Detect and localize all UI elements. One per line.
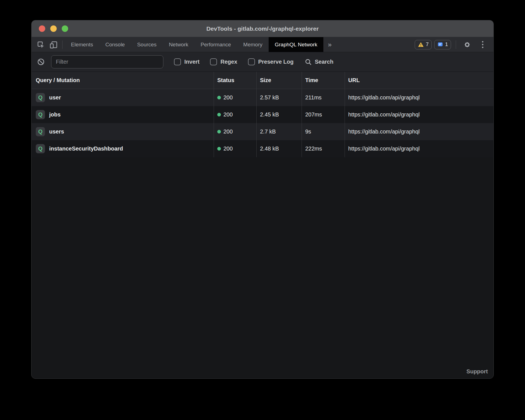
- size-text: 2.57 kB: [260, 94, 279, 101]
- table-row[interactable]: Q users 200 2.7 kB 9s https://gitlab.com…: [32, 123, 493, 140]
- url-cell: https://gitlab.com/api/graphql: [345, 123, 493, 140]
- status-text: 200: [223, 145, 233, 152]
- issues-count: 1: [445, 42, 448, 47]
- window-title: DevTools - gitlab.com/-/graphql-explorer: [32, 25, 493, 32]
- clear-requests-button[interactable]: [34, 58, 47, 66]
- time-text: 222ms: [305, 145, 322, 152]
- tabbar-right-cluster: 7 1: [415, 37, 493, 52]
- query-name: user: [49, 94, 61, 101]
- column-header[interactable]: URL: [345, 72, 493, 89]
- devtools-tab[interactable]: Memory: [237, 37, 269, 52]
- warnings-count: 7: [426, 42, 429, 47]
- status-text: 200: [223, 111, 233, 118]
- panel-tabs: ElementsConsoleSourcesNetworkPerformance…: [65, 37, 323, 52]
- query-type-badge: Q: [36, 144, 45, 153]
- search-control[interactable]: Search: [305, 58, 333, 66]
- checkbox-box: [174, 58, 181, 65]
- devtools-tab[interactable]: GraphQL Network: [269, 37, 323, 52]
- devtools-tab[interactable]: Sources: [131, 37, 163, 52]
- dot: [482, 44, 483, 45]
- size-cell: 2.45 kB: [257, 106, 302, 123]
- dot: [482, 47, 483, 48]
- table-row[interactable]: Q instanceSecurityDashboard 200 2.48 kB …: [32, 140, 493, 157]
- filter-checkboxes: Invert Regex Preserve Log: [163, 58, 293, 65]
- status-ok-dot: [217, 113, 221, 116]
- search-label: Search: [315, 59, 333, 65]
- url-cell: https://gitlab.com/api/graphql: [345, 89, 493, 106]
- status-text: 200: [223, 128, 233, 135]
- time-text: 211ms: [305, 94, 322, 101]
- minimize-button[interactable]: [50, 25, 57, 32]
- column-header[interactable]: Query / Mutation: [32, 72, 214, 89]
- device-toolbar-button[interactable]: [47, 37, 60, 52]
- more-options-button[interactable]: [476, 40, 489, 49]
- query-name: users: [49, 128, 64, 135]
- query-cell: Q users: [32, 123, 214, 140]
- status-ok-dot: [217, 96, 221, 99]
- filter-toolbar: Invert Regex Preserve Log Search: [32, 52, 493, 72]
- search-icon: [305, 58, 312, 66]
- query-cell: Q jobs: [32, 106, 214, 123]
- url-text: https://gitlab.com/api/graphql: [348, 145, 420, 152]
- devtools-tab[interactable]: Performance: [194, 37, 237, 52]
- table-row[interactable]: Q user 200 2.57 kB 211ms https://gitlab.…: [32, 89, 493, 106]
- device-toolbar-icon: [49, 40, 58, 49]
- column-header[interactable]: Status: [214, 72, 257, 89]
- checkbox-label: Preserve Log: [258, 59, 294, 65]
- status-cell: 200: [214, 106, 257, 123]
- url-text: https://gitlab.com/api/graphql: [348, 94, 420, 101]
- query-cell: Q user: [32, 89, 214, 106]
- table-header: Query / MutationStatusSizeTimeURL: [32, 72, 493, 89]
- size-cell: 2.7 kB: [257, 123, 302, 140]
- more-tabs-button[interactable]: »: [323, 37, 336, 52]
- size-text: 2.7 kB: [260, 128, 276, 135]
- filter-input[interactable]: [51, 55, 163, 68]
- size-text: 2.45 kB: [260, 111, 279, 118]
- column-header[interactable]: Time: [302, 72, 345, 89]
- time-cell: 207ms: [302, 106, 345, 123]
- devtools-tab[interactable]: Console: [99, 37, 131, 52]
- message-icon: [437, 42, 443, 47]
- size-cell: 2.57 kB: [257, 89, 302, 106]
- devtools-tab[interactable]: Elements: [65, 37, 99, 52]
- checkbox-box: [248, 58, 255, 65]
- zoom-button[interactable]: [62, 25, 68, 32]
- size-cell: 2.48 kB: [257, 140, 302, 157]
- query-type-badge: Q: [36, 110, 45, 119]
- requests-table-body: Q user 200 2.57 kB 211ms https://gitlab.…: [32, 89, 493, 157]
- warnings-button[interactable]: 7: [415, 40, 432, 49]
- size-text: 2.48 kB: [260, 145, 279, 152]
- traffic-lights: [32, 25, 68, 32]
- checkbox-label: Regex: [220, 59, 237, 65]
- warning-triangle-icon: [418, 42, 424, 48]
- status-text: 200: [223, 94, 233, 101]
- column-header[interactable]: Size: [257, 72, 302, 89]
- status-cell: 200: [214, 89, 257, 106]
- status-cell: 200: [214, 140, 257, 157]
- query-type-badge: Q: [36, 127, 45, 136]
- checkbox-label: Invert: [184, 59, 199, 65]
- block-icon: [37, 58, 45, 66]
- status-ok-dot: [217, 130, 221, 133]
- query-name: jobs: [49, 111, 61, 118]
- filter-checkbox[interactable]: Preserve Log: [248, 58, 294, 65]
- status-cell: 200: [214, 123, 257, 140]
- settings-button[interactable]: [461, 40, 474, 49]
- issues-button[interactable]: 1: [434, 40, 451, 49]
- close-button[interactable]: [39, 25, 45, 32]
- inspect-element-button[interactable]: [34, 37, 47, 52]
- support-link[interactable]: Support: [466, 368, 488, 375]
- titlebar: DevTools - gitlab.com/-/graphql-explorer: [32, 20, 493, 37]
- table-row[interactable]: Q jobs 200 2.45 kB 207ms https://gitlab.…: [32, 106, 493, 123]
- time-cell: 211ms: [302, 89, 345, 106]
- url-cell: https://gitlab.com/api/graphql: [345, 106, 493, 123]
- url-cell: https://gitlab.com/api/graphql: [345, 140, 493, 157]
- checkbox-box: [210, 58, 217, 65]
- cluster-separator: [456, 40, 456, 49]
- time-cell: 222ms: [302, 140, 345, 157]
- devtools-window: DevTools - gitlab.com/-/graphql-explorer…: [31, 20, 494, 379]
- filter-checkbox[interactable]: Invert: [174, 58, 199, 65]
- devtools-tab[interactable]: Network: [163, 37, 195, 52]
- filter-checkbox[interactable]: Regex: [210, 58, 237, 65]
- status-ok-dot: [217, 147, 221, 151]
